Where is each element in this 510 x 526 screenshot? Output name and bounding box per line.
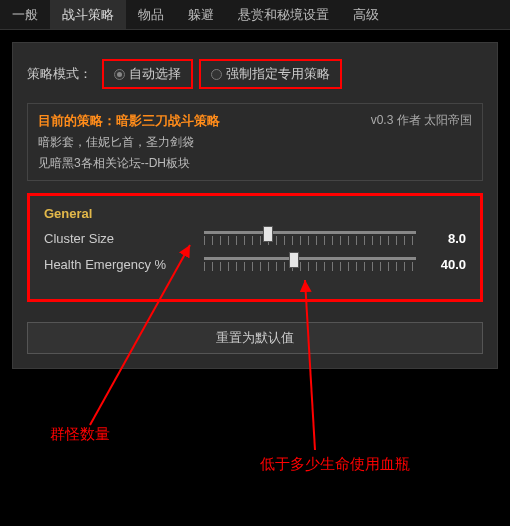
tab-general[interactable]: 一般 [0,0,50,29]
health-emergency-label: Health Emergency % [44,257,194,272]
radio-dot-icon [211,69,222,80]
mode-row: 策略模式： 自动选择 强制指定专用策略 [27,53,483,99]
radio-auto[interactable]: 自动选择 [102,59,193,89]
health-emergency-row: Health Emergency % 40.0 [44,255,466,273]
tab-evade[interactable]: 躲避 [176,0,226,29]
current-strategy-box: 目前的策略：暗影三刀战斗策略 暗影套，佳妮匕首，圣力剑袋 见暗黑3各相关论坛--… [27,103,483,181]
general-title: General [44,206,466,221]
cluster-size-label: Cluster Size [44,231,194,246]
tab-bounty-rift[interactable]: 悬赏和秘境设置 [226,0,341,29]
health-emergency-value: 40.0 [426,257,466,272]
radio-forced-label: 强制指定专用策略 [226,65,330,83]
strategy-line1: 暗影套，佳妮匕首，圣力剑袋 [38,134,472,151]
tab-advanced[interactable]: 高级 [341,0,391,29]
radio-dot-icon [114,69,125,80]
cluster-size-value: 8.0 [426,231,466,246]
health-emergency-slider[interactable] [204,255,416,273]
strategy-line2: 见暗黑3各相关论坛--DH板块 [38,155,472,172]
mode-label: 策略模式： [27,65,92,83]
annotation-cluster: 群怪数量 [50,425,110,444]
radio-auto-label: 自动选择 [129,65,181,83]
radio-forced[interactable]: 强制指定专用策略 [199,59,342,89]
general-section: General Cluster Size 8.0 Health Emergenc… [27,193,483,302]
tab-bar: 一般 战斗策略 物品 躲避 悬赏和秘境设置 高级 [0,0,510,30]
cluster-size-row: Cluster Size 8.0 [44,229,466,247]
annotation-health: 低于多少生命使用血瓶 [260,455,410,474]
slider-thumb-icon[interactable] [289,252,299,268]
slider-thumb-icon[interactable] [263,226,273,242]
tab-combat-strategy[interactable]: 战斗策略 [50,0,126,29]
strategy-version: v0.3 作者 太阳帝国 [371,112,472,129]
reset-button[interactable]: 重置为默认值 [27,322,483,354]
combat-panel: 策略模式： 自动选择 强制指定专用策略 目前的策略：暗影三刀战斗策略 暗影套，佳… [12,42,498,369]
tab-items[interactable]: 物品 [126,0,176,29]
cluster-size-slider[interactable] [204,229,416,247]
